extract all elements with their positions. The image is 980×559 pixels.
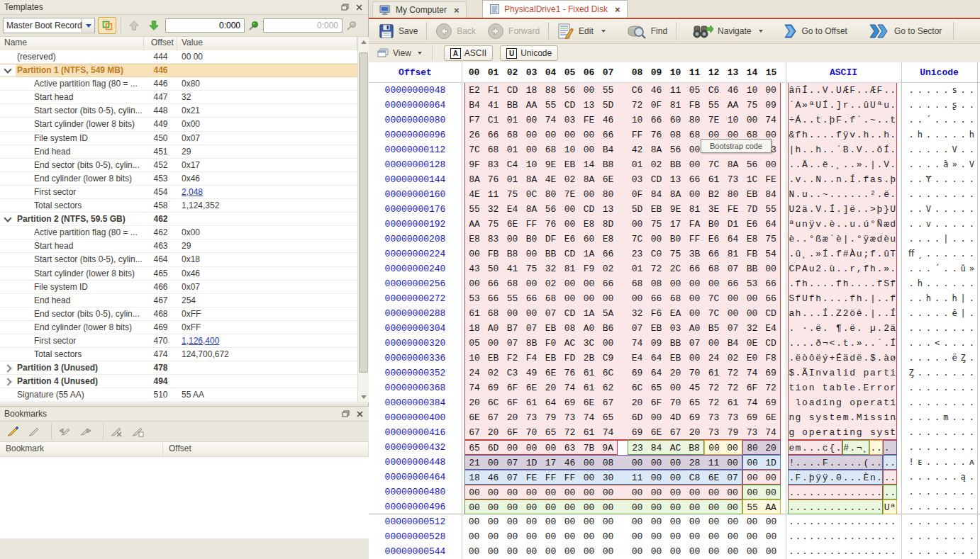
hex-byte[interactable]: 00 bbox=[628, 514, 647, 529]
hex-byte[interactable]: E8 bbox=[598, 232, 618, 247]
ascii-char[interactable]: g bbox=[835, 395, 842, 410]
hex-byte[interactable]: 41 bbox=[503, 261, 522, 276]
hex-byte[interactable]: 00 bbox=[579, 187, 598, 202]
next-record-button[interactable] bbox=[145, 18, 162, 33]
hex-byte[interactable]: E0 bbox=[742, 351, 762, 366]
ascii-char[interactable] bbox=[801, 410, 808, 425]
ascii-char[interactable]: . bbox=[829, 98, 836, 113]
hex-byte[interactable]: 8A bbox=[464, 172, 484, 187]
ascii-char[interactable]: h bbox=[795, 306, 802, 321]
ascii-char[interactable]: | bbox=[869, 291, 876, 306]
unicode-char[interactable]: . bbox=[933, 529, 942, 544]
ascii-char[interactable]: . bbox=[788, 470, 795, 485]
hex-byte[interactable]: FF bbox=[628, 128, 647, 142]
ascii-char[interactable]: ! bbox=[788, 455, 795, 470]
ascii-char[interactable]: . bbox=[869, 142, 876, 157]
hex-byte[interactable]: 01 bbox=[503, 172, 522, 187]
ascii-char[interactable]: { bbox=[829, 440, 836, 455]
ascii-char[interactable]: l bbox=[795, 395, 802, 410]
ascii-char[interactable]: y bbox=[876, 425, 884, 440]
unicode-char[interactable]: . bbox=[950, 514, 959, 529]
ascii-char[interactable] bbox=[842, 395, 850, 410]
ascii-char[interactable]: Í bbox=[822, 98, 829, 113]
ascii-char[interactable]: . bbox=[863, 529, 870, 544]
ascii-char[interactable]: t bbox=[835, 425, 842, 440]
hex-byte[interactable]: EB bbox=[560, 157, 579, 172]
unicode-char[interactable]: . bbox=[907, 172, 915, 187]
hex-byte[interactable]: 46 bbox=[647, 83, 666, 98]
unicode-char[interactable]: . bbox=[942, 440, 950, 455]
hex-byte[interactable]: F9 bbox=[579, 261, 598, 276]
ascii-char[interactable]: Ä bbox=[801, 157, 808, 172]
hex-byte[interactable]: 00 bbox=[503, 485, 522, 499]
hex-byte[interactable]: 72 bbox=[560, 425, 579, 440]
ascii-char[interactable]: . bbox=[808, 544, 815, 559]
unicode-char[interactable]: . bbox=[950, 395, 959, 410]
ascii-char[interactable]: ë bbox=[815, 321, 822, 336]
ascii-char[interactable]: . bbox=[856, 529, 863, 544]
hex-byte[interactable]: 8A bbox=[647, 142, 666, 157]
goto-offset-button[interactable]: Go to Offset bbox=[777, 21, 852, 42]
unicode-char[interactable]: . bbox=[967, 529, 976, 544]
ascii-char[interactable]: f bbox=[835, 247, 842, 261]
unicode-char[interactable]: . bbox=[924, 83, 932, 98]
ascii-char[interactable]: i bbox=[890, 366, 897, 380]
ascii-char[interactable]: n bbox=[788, 410, 795, 425]
ascii-char[interactable]: g bbox=[856, 425, 863, 440]
ascii-char[interactable]: . bbox=[883, 470, 890, 485]
unicode-char[interactable]: . bbox=[942, 336, 950, 351]
ascii-char[interactable]: . bbox=[801, 336, 808, 351]
hex-byte[interactable]: 00 bbox=[579, 499, 598, 514]
hex-byte[interactable]: B8 bbox=[503, 247, 522, 261]
ascii-char[interactable]: 2 bbox=[842, 306, 850, 321]
unicode-char[interactable]: . bbox=[959, 202, 967, 217]
ascii-char[interactable]: ú bbox=[863, 217, 870, 232]
hex-byte[interactable]: 67 bbox=[464, 425, 484, 440]
hex-byte[interactable]: E4 bbox=[503, 202, 522, 217]
ascii-char[interactable]: a bbox=[829, 366, 836, 380]
hex-byte[interactable]: 68 bbox=[541, 142, 560, 157]
hex-byte[interactable]: F2 bbox=[503, 351, 522, 366]
ascii-char[interactable]: | bbox=[842, 232, 850, 247]
hex-byte[interactable]: 6D bbox=[484, 440, 503, 455]
ascii-char[interactable]: ´ bbox=[788, 98, 795, 113]
unicode-char[interactable]: . bbox=[959, 113, 967, 128]
unicode-char[interactable]: . bbox=[942, 306, 950, 321]
hex-byte[interactable]: FB bbox=[742, 247, 762, 261]
unicode-char[interactable]: . bbox=[942, 514, 950, 529]
hex-byte[interactable]: CD bbox=[560, 306, 579, 321]
hex-byte[interactable]: 00 bbox=[522, 128, 541, 142]
ascii-char[interactable]: . bbox=[849, 544, 856, 559]
hex-byte[interactable]: 68 bbox=[704, 261, 723, 276]
hex-byte[interactable]: 75 bbox=[762, 232, 781, 247]
ascii-char[interactable]: + bbox=[829, 351, 836, 366]
hex-byte[interactable]: 55 bbox=[541, 98, 560, 113]
ascii-char[interactable]: . bbox=[890, 157, 897, 172]
ascii-char[interactable]: . bbox=[822, 113, 829, 128]
unicode-char[interactable]: . bbox=[959, 425, 967, 440]
ascii-char[interactable]: n bbox=[829, 395, 836, 410]
hex-byte[interactable]: 64 bbox=[647, 351, 666, 366]
ascii-char[interactable]: h bbox=[842, 276, 850, 291]
hex-byte[interactable]: CD bbox=[503, 83, 522, 98]
hex-byte[interactable]: 00 bbox=[628, 485, 647, 499]
ascii-char[interactable]: . bbox=[890, 83, 897, 98]
ascii-char[interactable]: . bbox=[883, 306, 890, 321]
hex-byte[interactable]: 00 bbox=[666, 470, 685, 485]
hex-byte[interactable]: FE bbox=[762, 172, 781, 187]
hex-byte[interactable]: 70 bbox=[522, 425, 541, 440]
ascii-char[interactable]: . bbox=[863, 276, 870, 291]
ascii-char[interactable]: s bbox=[869, 425, 876, 440]
ascii-char[interactable]: ° bbox=[808, 232, 815, 247]
ascii-char[interactable]: . bbox=[863, 142, 870, 157]
hex-byte[interactable]: 13 bbox=[579, 98, 598, 113]
hex-byte[interactable]: 00 bbox=[723, 485, 742, 499]
ascii-char[interactable]: . bbox=[849, 187, 856, 202]
hex-byte[interactable]: 00 bbox=[666, 529, 685, 544]
unicode-char[interactable]: . bbox=[967, 232, 976, 247]
hex-byte[interactable]: 4D bbox=[666, 410, 685, 425]
unicode-char[interactable]: . bbox=[959, 142, 967, 157]
hex-byte[interactable]: 74 bbox=[541, 113, 560, 128]
ascii-char[interactable]: V bbox=[822, 83, 829, 98]
ascii-char[interactable]: 2 bbox=[795, 202, 802, 217]
